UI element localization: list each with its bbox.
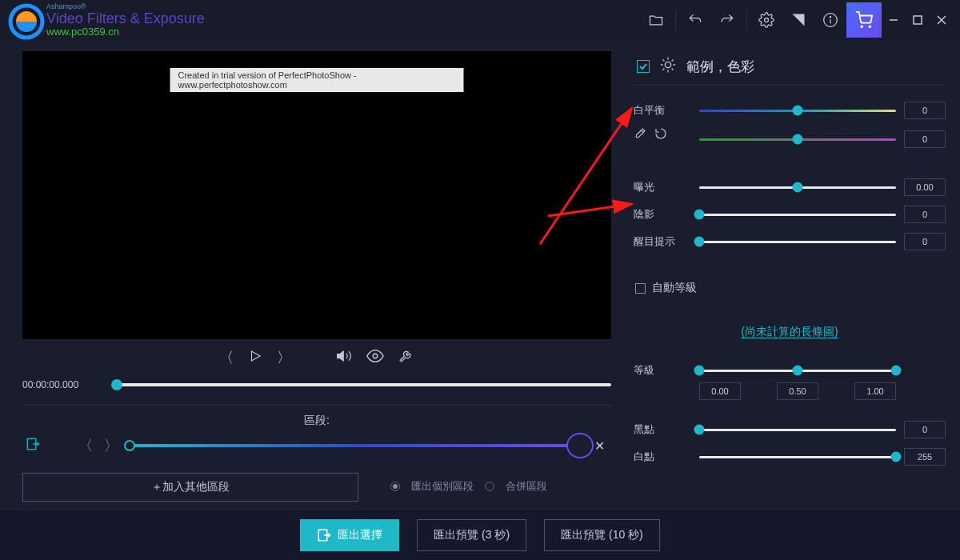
app-title: Video Filters & Exposure (46, 10, 205, 27)
svg-point-6 (869, 26, 870, 27)
redo-icon[interactable] (711, 4, 743, 36)
brand-tag: Ashampoo® (46, 2, 205, 10)
panel-enable-checkbox[interactable] (637, 60, 650, 73)
wrench-icon[interactable] (398, 348, 414, 367)
radio-export-merged-label: 合併區段 (506, 479, 547, 494)
black-point-slider[interactable] (699, 423, 896, 436)
cart-icon[interactable] (846, 2, 882, 38)
shadows-slider[interactable] (699, 208, 896, 221)
auto-level-row: 自動等級 (634, 276, 946, 300)
logo-area: Ashampoo® Video Filters & Exposure www.p… (6, 2, 205, 38)
next-frame-icon[interactable]: 〉 (277, 348, 291, 367)
levels-row: 等級 (634, 358, 946, 382)
preview-10s-button[interactable]: 匯出預覽 (10 秒) (544, 519, 660, 551)
svg-line-21 (672, 69, 674, 70)
segment-row: 〈 〉 ✕ (22, 436, 611, 455)
white-balance-row-1: 白平衡 0 (634, 97, 946, 124)
play-icon[interactable] (248, 349, 262, 366)
segment-remove-icon[interactable]: ✕ (591, 438, 608, 454)
seg-prev-icon[interactable]: 〈 (78, 436, 93, 455)
levels-knob-high[interactable] (891, 366, 902, 376)
eyedropper-icon[interactable] (634, 127, 646, 143)
white-point-value[interactable]: 255 (904, 448, 946, 466)
wb-temp-slider[interactable] (699, 104, 896, 117)
trial-banner: Created in trial version of PerfectPhoto… (170, 68, 464, 92)
bottombar: 匯出選擇 匯出預覽 (3 秒) 匯出預覽 (10 秒) (0, 510, 960, 560)
white-point-slider[interactable] (699, 450, 896, 463)
histogram-link[interactable]: (尚未計算的長條圖) (741, 325, 838, 338)
shadows-value[interactable]: 0 (904, 206, 946, 223)
svg-line-23 (672, 59, 674, 61)
transport-controls: 〈 〉 (22, 339, 611, 376)
export-selection-label: 匯出選擇 (338, 528, 382, 542)
svg-point-1 (765, 18, 769, 22)
levels-low-value[interactable]: 0.00 (699, 382, 741, 400)
white-balance-label: 白平衡 (634, 103, 691, 118)
window-close-icon[interactable] (930, 4, 954, 36)
svg-marker-12 (338, 351, 344, 361)
segment-range-slider[interactable] (130, 444, 580, 447)
wb-tint-value[interactable]: 0 (904, 130, 946, 148)
levels-label: 等級 (634, 363, 691, 378)
black-point-label: 黑點 (634, 422, 691, 437)
reset-icon[interactable] (654, 127, 667, 143)
seg-next-icon[interactable]: 〉 (104, 436, 118, 455)
volume-icon[interactable] (336, 348, 352, 367)
undo-icon[interactable] (679, 4, 711, 36)
black-point-value[interactable]: 0 (904, 421, 946, 438)
auto-level-label: 自動等級 (652, 281, 697, 295)
segment-handle-left[interactable] (124, 440, 135, 451)
timeline-knob[interactable] (111, 379, 122, 390)
panel-title: 範例，色彩 (686, 58, 754, 76)
levels-knob-low[interactable] (694, 366, 705, 376)
radio-export-individual[interactable] (390, 482, 400, 491)
levels-mid-value[interactable]: 0.50 (777, 382, 818, 400)
highlights-slider[interactable] (699, 235, 896, 248)
timeline-slider[interactable] (112, 383, 611, 386)
export-mode-row: 匯出個別區段 合併區段 (390, 479, 611, 494)
timecode: 00:00:00.000 (22, 379, 102, 390)
black-point-row: 黑點 0 (634, 416, 946, 443)
brand-url: www.pc0359.cn (46, 26, 205, 38)
highlights-row: 醒目提示 0 (634, 228, 946, 255)
add-segment-button[interactable]: ＋加入其他區段 (22, 473, 358, 502)
auto-level-checkbox[interactable] (635, 283, 646, 294)
svg-line-20 (662, 59, 664, 61)
levels-high-value[interactable]: 1.00 (854, 382, 896, 400)
add-segment-label: 加入其他區段 (162, 480, 230, 493)
svg-point-4 (830, 17, 830, 18)
segment-handle-right[interactable] (566, 433, 594, 458)
info-icon[interactable] (814, 4, 846, 36)
shadows-label: 陰影 (634, 207, 691, 222)
svg-point-15 (665, 62, 670, 67)
white-point-row: 白點 255 (634, 443, 946, 470)
gear-icon[interactable] (750, 4, 782, 36)
contrast-icon[interactable] (782, 4, 814, 36)
levels-knob-mid[interactable] (793, 366, 803, 376)
export-selection-button[interactable]: 匯出選擇 (300, 519, 399, 551)
exposure-slider[interactable] (699, 181, 896, 194)
wb-temp-value[interactable]: 0 (904, 102, 946, 119)
radio-export-individual-label: 匯出個別區段 (411, 479, 474, 494)
window-minimize-icon[interactable] (882, 4, 906, 36)
prev-frame-icon[interactable]: 〈 (219, 348, 234, 367)
svg-marker-11 (252, 351, 261, 361)
highlights-value[interactable]: 0 (904, 233, 946, 250)
exposure-value[interactable]: 0.00 (904, 178, 946, 196)
window-maximize-icon[interactable] (906, 4, 930, 36)
left-pane: Created in trial version of PerfectPhoto… (0, 40, 624, 504)
export-segment-icon[interactable] (26, 437, 40, 454)
folder-icon[interactable] (640, 4, 672, 36)
white-point-label: 白點 (634, 450, 691, 464)
levels-slider[interactable] (699, 364, 896, 377)
radio-export-merged[interactable] (485, 482, 494, 491)
video-preview[interactable]: Created in trial version of PerfectPhoto… (22, 51, 611, 339)
preview-3s-button[interactable]: 匯出預覽 (3 秒) (417, 519, 526, 551)
right-panel: 範例，色彩 白平衡 0 0 (624, 40, 960, 504)
timeline-row: 00:00:00.000 (22, 376, 611, 400)
wb-tint-slider[interactable] (699, 133, 896, 146)
eye-icon[interactable] (366, 347, 384, 368)
exposure-label: 曝光 (634, 180, 691, 194)
shadows-row: 陰影 0 (634, 201, 946, 228)
svg-rect-8 (914, 16, 922, 24)
